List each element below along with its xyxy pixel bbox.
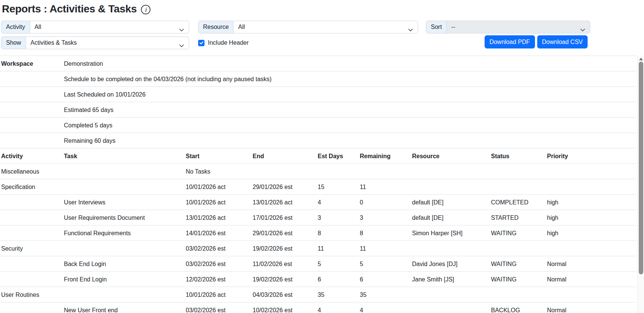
empty-cell <box>0 102 63 118</box>
cell-priority <box>546 164 636 179</box>
include-header-checkbox[interactable] <box>198 40 205 46</box>
column-header-start: Start <box>185 148 252 164</box>
report-table: WorkspaceDemonstrationSchedule to be com… <box>0 56 636 313</box>
cell-remaining: 4 <box>359 302 411 313</box>
cell-status: COMPLETED <box>490 195 546 210</box>
cell-start: 10/01/2026 act <box>185 195 252 210</box>
filter-row-1: Activity All Resource All Sort -- <box>1 21 590 33</box>
download-pdf-button[interactable]: Download PDF <box>485 35 535 48</box>
workspace-summary-text: Remaining 60 days <box>63 133 636 148</box>
cell-resource: David Jones [DJ] <box>411 256 490 272</box>
workspace-name: Demonstration <box>63 56 636 71</box>
cell-est-days: 6 <box>317 272 359 287</box>
cell-end: 19/02/2026 est <box>252 241 317 256</box>
table-row: User Interviews10/01/2026 act13/01/2026 … <box>0 195 636 210</box>
empty-cell <box>0 118 63 133</box>
column-header-end: End <box>252 148 317 164</box>
activity-filter-label: Activity <box>1 21 30 33</box>
table-row: Functional Requirements14/01/2026 est29/… <box>0 225 636 241</box>
cell-priority <box>546 241 636 256</box>
workspace-summary-row: Estimated 65 days <box>0 102 636 118</box>
cell-start: 13/01/2026 act <box>185 210 252 225</box>
cell-end <box>252 164 317 179</box>
table-row: MiscellaneousNo Tasks <box>0 164 636 179</box>
cell-activity <box>0 272 63 287</box>
scrollbar[interactable] <box>637 56 644 313</box>
cell-status <box>490 287 546 302</box>
cell-est-days: 5 <box>317 256 359 272</box>
resource-select-value: All <box>238 24 245 30</box>
column-header-est-days: Est Days <box>317 148 359 164</box>
cell-priority: Normal <box>546 272 636 287</box>
cell-remaining: 35 <box>359 287 411 302</box>
download-csv-button[interactable]: Download CSV <box>537 35 588 48</box>
show-select-value: Activities & Tasks <box>30 39 77 46</box>
cell-end: 17/01/2026 est <box>252 210 317 225</box>
svg-text:i: i <box>145 6 147 13</box>
column-header-resource: Resource <box>411 148 490 164</box>
cell-est-days <box>317 164 359 179</box>
cell-resource <box>411 241 490 256</box>
cell-remaining <box>359 164 411 179</box>
cell-status: WAITING <box>490 225 546 241</box>
cell-status <box>490 164 546 179</box>
cell-activity: Miscellaneous <box>0 164 63 179</box>
workspace-summary-row: Completed 5 days <box>0 118 636 133</box>
workspace-label: Workspace <box>0 56 63 71</box>
activity-select[interactable]: All <box>30 21 189 33</box>
chevron-down-icon <box>179 25 184 37</box>
cell-task: User Interviews <box>63 195 185 210</box>
filter-row-2: Show Activities & Tasks Include Header <box>1 36 249 49</box>
cell-activity <box>0 210 63 225</box>
cell-activity: Security <box>0 241 63 256</box>
cell-remaining: 3 <box>359 210 411 225</box>
chevron-down-icon <box>408 25 413 37</box>
cell-task: Back End Login <box>63 256 185 272</box>
resource-select[interactable]: All <box>233 21 418 33</box>
column-header-remaining: Remaining <box>359 148 411 164</box>
cell-resource: Jane Smith [JS] <box>411 272 490 287</box>
cell-remaining: 11 <box>359 179 411 195</box>
cell-est-days: 4 <box>317 302 359 313</box>
show-select[interactable]: Activities & Tasks <box>26 36 189 49</box>
cell-est-days: 4 <box>317 195 359 210</box>
cell-remaining: 6 <box>359 272 411 287</box>
cell-priority <box>546 179 636 195</box>
sort-select-value: -- <box>451 24 455 30</box>
scroll-up-arrow-icon[interactable] <box>638 57 644 61</box>
column-header-task: Task <box>63 148 185 164</box>
cell-status <box>490 179 546 195</box>
info-icon[interactable]: i <box>141 5 151 15</box>
workspace-summary-row: Remaining 60 days <box>0 133 636 148</box>
cell-task <box>63 287 185 302</box>
cell-resource <box>411 302 490 313</box>
cell-activity: User Routines <box>0 287 63 302</box>
cell-activity <box>0 225 63 241</box>
cell-activity <box>0 302 63 313</box>
download-buttons: Download PDF Download CSV <box>485 35 588 48</box>
table-row: Security03/02/2026 est19/02/2026 est1111 <box>0 241 636 256</box>
cell-remaining: 8 <box>359 225 411 241</box>
sort-filter-label: Sort <box>426 21 447 33</box>
cell-activity: Specification <box>0 179 63 195</box>
activity-filter-group: Activity All <box>1 21 189 33</box>
sort-select[interactable]: -- <box>446 21 590 33</box>
resource-filter-group: Resource All <box>198 21 418 33</box>
cell-remaining: 0 <box>359 195 411 210</box>
cell-priority: high <box>546 225 636 241</box>
cell-end: 11/02/2026 est <box>252 256 317 272</box>
cell-priority <box>546 287 636 302</box>
table-header-row: ActivityTaskStartEndEst DaysRemainingRes… <box>0 148 636 164</box>
table-row: Specification10/01/2026 act29/01/2026 es… <box>0 179 636 195</box>
chevron-down-icon <box>179 41 184 53</box>
empty-cell <box>0 71 63 87</box>
workspace-summary-text: Last Scheduled on 10/01/2026 <box>63 87 636 102</box>
cell-est-days: 8 <box>317 225 359 241</box>
table-row: New User Front end03/02/2026 est10/02/20… <box>0 302 636 313</box>
scrollbar-thumb[interactable] <box>639 62 643 274</box>
table-row: User Routines10/01/2026 act04/03/2026 es… <box>0 287 636 302</box>
cell-est-days: 35 <box>317 287 359 302</box>
cell-task: Functional Requirements <box>63 225 185 241</box>
cell-end: 13/01/2026 act <box>252 195 317 210</box>
cell-est-days: 15 <box>317 179 359 195</box>
